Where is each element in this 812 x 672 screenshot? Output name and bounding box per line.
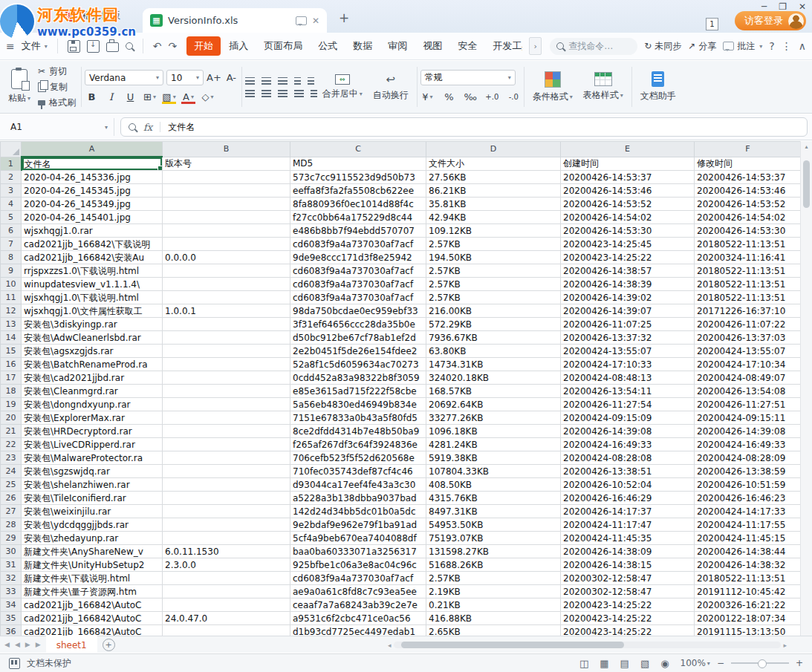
- cell-A29[interactable]: 安装包\zhedayunp.rar: [22, 532, 163, 545]
- minimize-button[interactable]: ─: [761, 1, 767, 12]
- cell-F6[interactable]: 20200426-14:53:30: [695, 224, 802, 238]
- cell-F34[interactable]: 20200326-16:21:22: [695, 598, 802, 612]
- cell-F23[interactable]: 20200424-08:28:09: [695, 451, 802, 465]
- row-header-5[interactable]: 5: [1, 211, 22, 224]
- cell-C20[interactable]: 7151e67833a0b43a5f80fd5: [290, 411, 426, 425]
- cell-D27[interactable]: 8497.31KB: [426, 505, 561, 518]
- cell-D25[interactable]: 408.50KB: [426, 478, 561, 492]
- cell-E36[interactable]: 20200423-14:25:22: [561, 625, 695, 636]
- login-button[interactable]: 访客登录: [735, 11, 806, 30]
- cell-A27[interactable]: 安装包\weixinjilu.rar: [22, 505, 163, 518]
- cell-D7[interactable]: 2.57KB: [426, 238, 561, 251]
- cell-C15[interactable]: 2e2b0451f5de26e154fdee2: [290, 345, 426, 358]
- column-header-A[interactable]: A: [22, 142, 163, 157]
- cell-D34[interactable]: 0.21KB: [426, 598, 561, 612]
- cell-E26[interactable]: 20200426-16:46:29: [561, 492, 695, 505]
- cell-C16[interactable]: 52a8f1c5d6059634ac70273: [290, 358, 426, 371]
- cell-E32[interactable]: 20200302-12:58:47: [561, 572, 695, 585]
- row-header-26[interactable]: 26: [1, 492, 22, 505]
- cell-B18[interactable]: [163, 385, 290, 398]
- cell-A23[interactable]: 安装包\MalwareProtector.ra: [22, 451, 163, 465]
- align-right-icon[interactable]: [278, 90, 288, 97]
- cell-B21[interactable]: [163, 425, 290, 438]
- cell-A33[interactable]: 新建文件夹\量子资源网.htm: [22, 585, 163, 598]
- cell-F1[interactable]: 修改时间: [695, 157, 802, 171]
- increase-decimal-icon[interactable]: +.0: [485, 90, 499, 105]
- table-style-button[interactable]: 表格样式▾: [578, 61, 629, 113]
- cell-D16[interactable]: 14734.31KB: [426, 358, 561, 371]
- cell-E22[interactable]: 20200424-16:49:33: [561, 438, 695, 451]
- cell-F32[interactable]: 20180522-11:13:51: [695, 572, 802, 585]
- align-center-icon[interactable]: [262, 90, 271, 97]
- cell-C7[interactable]: cd6083f9a4a737030af7acf: [290, 238, 426, 251]
- align-bottom-icon[interactable]: [278, 77, 288, 85]
- row-header-1[interactable]: 1: [1, 157, 22, 171]
- cell-B5[interactable]: [163, 211, 290, 224]
- cell-F3[interactable]: 20200426-14:53:46: [695, 184, 802, 198]
- ribbon-tab-1[interactable]: 开始: [186, 36, 221, 56]
- row-header-20[interactable]: 20: [1, 411, 22, 425]
- thousands-icon[interactable]: ‰: [464, 90, 478, 105]
- row-header-19[interactable]: 19: [1, 398, 22, 411]
- cell-F12[interactable]: 20171226-16:37:10: [695, 304, 802, 318]
- align-left-icon[interactable]: [245, 90, 255, 97]
- align-justify-icon[interactable]: [294, 90, 304, 97]
- cell-C33[interactable]: ae9a0a61c8fd8c7c93ea5ee: [290, 585, 426, 598]
- cell-A14[interactable]: 安装包\AdwCleanerlsbd.rar: [22, 331, 163, 345]
- cell-B4[interactable]: [163, 198, 290, 211]
- number-format-select[interactable]: 常规▾: [420, 70, 516, 85]
- copy-button[interactable]: 复制: [36, 80, 78, 94]
- row-header-11[interactable]: 11: [1, 291, 22, 304]
- row-header-36[interactable]: 36: [1, 625, 22, 636]
- cell-D28[interactable]: 54953.50KB: [426, 518, 561, 532]
- cell-B7[interactable]: [163, 238, 290, 251]
- cell-F11[interactable]: 20180522-11:13:51: [695, 291, 802, 304]
- row-header-24[interactable]: 24: [1, 465, 22, 478]
- cell-A13[interactable]: 安装包\3diskyingp.rar: [22, 318, 163, 331]
- cell-C3[interactable]: eeffa8f3fa2fa5508cb622ee: [290, 184, 426, 198]
- cell-C18[interactable]: e85e3615ad715f222f58cbe: [290, 385, 426, 398]
- cell-B11[interactable]: [163, 291, 290, 304]
- first-sheet-icon[interactable]: ◀: [4, 641, 10, 648]
- name-box[interactable]: A1 ▾: [4, 118, 114, 136]
- cell-D17[interactable]: 324020.18KB: [426, 371, 561, 385]
- zoom-out-button[interactable]: −: [717, 658, 724, 668]
- row-header-18[interactable]: 18: [1, 385, 22, 398]
- cell-E35[interactable]: 20200423-14:25:22: [561, 612, 695, 625]
- cell-C27[interactable]: 142d24d34bb5dc01b0a5dc: [290, 505, 426, 518]
- cell-B31[interactable]: 2.3.0.0: [163, 558, 290, 572]
- cell-B27[interactable]: [163, 505, 290, 518]
- cell-D11[interactable]: 2.57KB: [426, 291, 561, 304]
- close-button[interactable]: ✕: [799, 1, 806, 12]
- horizontal-scrollbar[interactable]: ◂ ▸: [388, 640, 787, 650]
- decrease-indent-icon[interactable]: [294, 77, 301, 85]
- cell-C6[interactable]: e486b8bb7f94ebdd570707: [290, 224, 426, 238]
- row-header-29[interactable]: 29: [1, 532, 22, 545]
- cell-E5[interactable]: 20200426-14:54:02: [561, 211, 695, 224]
- sheet-tab-sheet1[interactable]: sheet1: [46, 636, 97, 653]
- row-header-2[interactable]: 2: [1, 171, 22, 184]
- spreadsheet-grid[interactable]: ABCDEF 1文件名版本号MD5文件大小创建时间修改时间22020-04-26…: [0, 141, 801, 636]
- cell-C21[interactable]: 8ce2dfdd4314b7e48b50ba9: [290, 425, 426, 438]
- cell-C9[interactable]: cd6083f9a4a737030af7acf: [290, 264, 426, 278]
- scroll-up-icon[interactable]: ▴: [805, 141, 808, 151]
- cell-D8[interactable]: 194.50KB: [426, 251, 561, 264]
- cell-B29[interactable]: [163, 532, 290, 545]
- row-header-9[interactable]: 9: [1, 264, 22, 278]
- cell-B12[interactable]: 1.0.0.1: [163, 304, 290, 318]
- cell-A12[interactable]: wjsxhqgj1.0\文件属性获取工: [22, 304, 163, 318]
- underline-button[interactable]: U: [123, 89, 137, 104]
- cell-C17[interactable]: 0cdd452a83a98322b8f3059: [290, 371, 426, 385]
- cell-D13[interactable]: 572.29KB: [426, 318, 561, 331]
- cell-F13[interactable]: 20200426-11:07:22: [695, 318, 802, 331]
- italic-button[interactable]: I: [104, 89, 118, 104]
- cell-A25[interactable]: 安装包\shelanzhiwen.rar: [22, 478, 163, 492]
- cell-F26[interactable]: 20200426-16:46:23: [695, 492, 802, 505]
- row-header-6[interactable]: 6: [1, 224, 22, 238]
- cell-C12[interactable]: 98da750bcdae0ec959ebf33: [290, 304, 426, 318]
- cell-D2[interactable]: 27.56KB: [426, 171, 561, 184]
- doc-assistant-button[interactable]: 文档助手: [635, 61, 681, 113]
- zoom-in-button[interactable]: +: [796, 658, 803, 668]
- fx-icon[interactable]: fx: [143, 122, 152, 133]
- row-header-13[interactable]: 13: [1, 318, 22, 331]
